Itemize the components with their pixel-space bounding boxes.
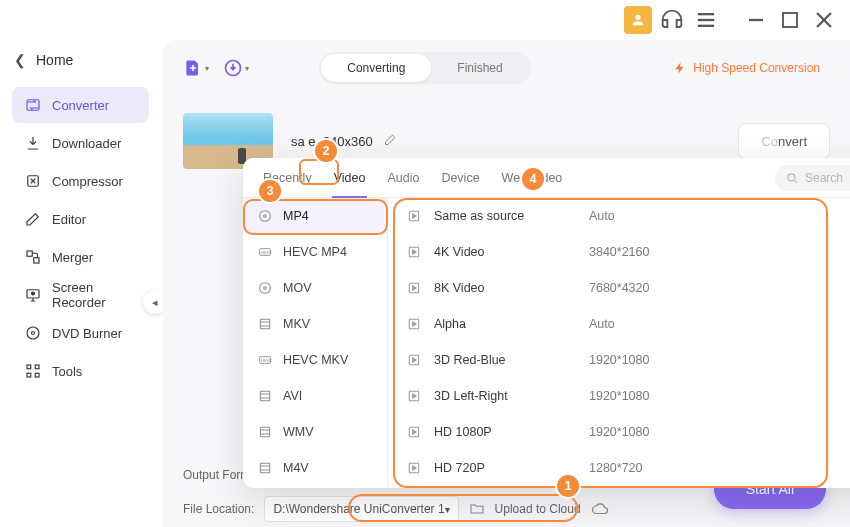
preset-same-as-source[interactable]: Same as sourceAuto xyxy=(388,198,850,234)
bolt-icon xyxy=(673,61,687,75)
sidebar-item-label: DVD Burner xyxy=(52,326,122,341)
sidebar-item-dvd-burner[interactable]: DVD Burner xyxy=(12,315,149,351)
preset-hd-720p[interactable]: HD 720P1280*720 xyxy=(388,450,850,486)
sidebar-item-label: Converter xyxy=(52,98,109,113)
svg-rect-35 xyxy=(260,427,269,436)
preset-hd-1080p[interactable]: HD 1080P1920*1080 xyxy=(388,414,850,450)
video-icon xyxy=(406,460,422,476)
sidebar-item-downloader[interactable]: Downloader xyxy=(12,125,149,161)
maximize-button[interactable] xyxy=(776,6,804,34)
video-icon xyxy=(406,424,422,440)
convert-button[interactable]: Convert xyxy=(738,123,830,159)
preset-resolution: 3840*2160 xyxy=(589,245,709,259)
preset-name: Alpha xyxy=(434,317,589,331)
format-container-hevc-mkv[interactable]: HEVCHEVC MKV xyxy=(243,342,387,378)
svg-rect-18 xyxy=(27,373,31,377)
download-add-button[interactable]: ▾ xyxy=(223,55,249,81)
video-icon xyxy=(406,244,422,260)
format-container-mp4[interactable]: MP4 xyxy=(243,198,387,234)
upload-cloud-label: Upload to Cloud xyxy=(495,502,581,516)
chevron-down-icon: ▾ xyxy=(445,504,450,515)
menu-icon[interactable] xyxy=(692,6,720,34)
svg-rect-16 xyxy=(27,365,31,369)
format-container-list: MP4HEVCHEVC MP4MOVMKVHEVCHEVC MKVAVIWMVM… xyxy=(243,198,388,488)
preset-resolution: 1920*1080 xyxy=(589,425,709,439)
video-icon xyxy=(406,352,422,368)
format-tab-device[interactable]: Device xyxy=(439,158,481,198)
preset-name: 3D Left-Right xyxy=(434,389,589,403)
preset-resolution: Auto xyxy=(589,209,709,223)
video-icon xyxy=(406,316,422,332)
preset-resolution: 7680*4320 xyxy=(589,281,709,295)
file-name: sa e_640x360 xyxy=(291,132,398,150)
file-location-select[interactable]: D:\Wondershare UniConverter 1 ▾ xyxy=(264,496,458,522)
edit-filename-icon[interactable] xyxy=(383,132,398,150)
format-container-m4v[interactable]: M4V xyxy=(243,450,387,486)
sidebar-home[interactable]: ❮ Home xyxy=(6,40,155,80)
preset-name: 3D Red-Blue xyxy=(434,353,589,367)
format-container-hevc-mp4[interactable]: HEVCHEVC MP4 xyxy=(243,234,387,270)
svg-point-30 xyxy=(264,287,267,290)
format-container-mov[interactable]: MOV xyxy=(243,270,387,306)
format-tab-audio[interactable]: Audio xyxy=(385,158,421,198)
preset-8k-video[interactable]: 8K Video7680*4320 xyxy=(388,270,850,306)
svg-rect-8 xyxy=(27,100,39,111)
sidebar-item-compressor[interactable]: Compressor xyxy=(12,163,149,199)
minimize-button[interactable] xyxy=(742,6,770,34)
preset-alpha[interactable]: AlphaAuto xyxy=(388,306,850,342)
preset-resolution: 1280*720 xyxy=(589,461,709,475)
preset-4k-video[interactable]: 4K Video3840*2160 xyxy=(388,234,850,270)
high-speed-conversion[interactable]: High Speed Conversion xyxy=(657,57,830,79)
tab-finished[interactable]: Finished xyxy=(431,54,528,82)
format-container-avi[interactable]: AVI xyxy=(243,378,387,414)
tab-converting[interactable]: Converting xyxy=(321,54,431,82)
preset-resolution: 1920*1080 xyxy=(589,389,709,403)
preset-resolution: Auto xyxy=(589,317,709,331)
format-panel-tabs: RecentlyVideoAudioDeviceWeb VideoSearch xyxy=(243,158,850,198)
sidebar-item-label: Editor xyxy=(52,212,86,227)
svg-point-13 xyxy=(32,292,35,295)
format-label: M4V xyxy=(283,461,309,475)
caret-down-icon: ▾ xyxy=(205,64,209,73)
preset-3d-red-blue[interactable]: 3D Red-Blue1920*1080 xyxy=(388,342,850,378)
close-button[interactable] xyxy=(810,6,838,34)
svg-point-29 xyxy=(260,283,271,294)
preset-name: HD 1080P xyxy=(434,425,589,439)
format-container-wmv[interactable]: WMV xyxy=(243,414,387,450)
add-file-button[interactable]: ▾ xyxy=(183,55,209,81)
format-search-input[interactable]: Search xyxy=(775,165,850,191)
format-label: HEVC MKV xyxy=(283,353,348,367)
sidebar-item-editor[interactable]: Editor xyxy=(12,201,149,237)
sidebar-home-label: Home xyxy=(36,52,73,68)
titlebar xyxy=(0,0,850,40)
sidebar-item-label: Compressor xyxy=(52,174,123,189)
annotation-2: 2 xyxy=(315,140,337,162)
preset-name: HD 720P xyxy=(434,461,589,475)
preset-3d-left-right[interactable]: 3D Left-Right1920*1080 xyxy=(388,378,850,414)
sidebar-item-label: Downloader xyxy=(52,136,121,151)
svg-rect-11 xyxy=(34,258,39,263)
sidebar-item-label: Screen Recorder xyxy=(52,280,137,310)
svg-point-24 xyxy=(788,173,795,180)
format-label: MKV xyxy=(283,317,310,331)
caret-down-icon: ▾ xyxy=(245,64,249,73)
folder-icon[interactable] xyxy=(469,501,485,517)
sidebar-item-tools[interactable]: Tools xyxy=(12,353,149,389)
top-toolbar: ▾ ▾ Converting Finished High Speed Conve… xyxy=(163,40,850,96)
cloud-icon[interactable] xyxy=(591,500,609,518)
sidebar-item-merger[interactable]: Merger xyxy=(12,239,149,275)
svg-rect-17 xyxy=(35,365,39,369)
format-tab-video[interactable]: Video xyxy=(332,158,368,198)
svg-point-0 xyxy=(635,15,640,20)
svg-point-15 xyxy=(32,332,35,335)
support-icon[interactable] xyxy=(658,6,686,34)
format-label: HEVC MP4 xyxy=(283,245,347,259)
format-container-mkv[interactable]: MKV xyxy=(243,306,387,342)
video-icon xyxy=(406,388,422,404)
format-label: WMV xyxy=(283,425,314,439)
user-avatar[interactable] xyxy=(624,6,652,34)
sidebar-item-screen-recorder[interactable]: Screen Recorder xyxy=(12,277,149,313)
preset-name: 8K Video xyxy=(434,281,589,295)
svg-point-14 xyxy=(27,327,39,339)
sidebar-item-converter[interactable]: Converter xyxy=(12,87,149,123)
